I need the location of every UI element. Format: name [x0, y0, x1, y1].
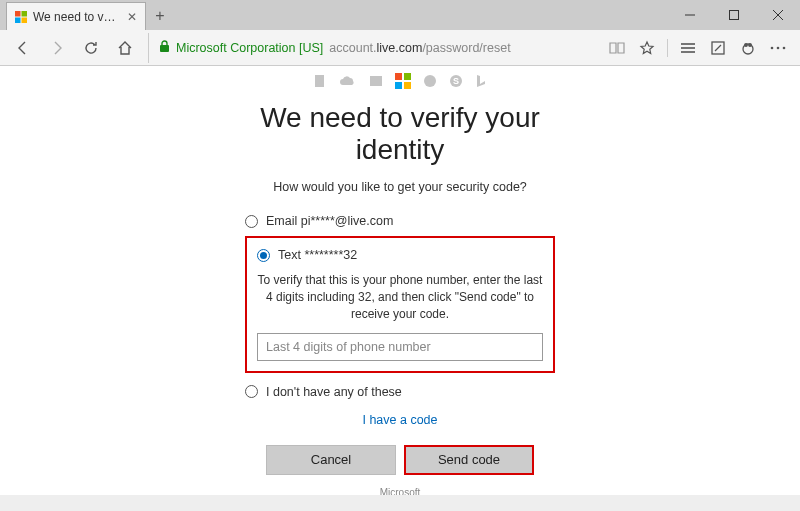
url-path: /password/reset — [422, 41, 510, 55]
reading-view-icon[interactable] — [603, 33, 631, 63]
svg-rect-2 — [15, 17, 21, 23]
page-heading: We need to verify your identity — [190, 102, 610, 166]
window-titlebar: We need to verify your ✕ + — [0, 0, 800, 30]
send-code-button[interactable]: Send code — [404, 445, 534, 475]
refresh-button[interactable] — [76, 33, 106, 63]
maximize-button[interactable] — [712, 0, 756, 30]
have-code-link[interactable]: I have a code — [362, 413, 437, 427]
back-button[interactable] — [8, 33, 38, 63]
favorite-icon[interactable] — [633, 33, 661, 63]
option-text-label: Text ********32 — [278, 248, 357, 262]
ms-logo-icon — [15, 11, 27, 23]
bing-icon — [475, 74, 487, 88]
cancel-button[interactable]: Cancel — [266, 445, 396, 475]
outlook-icon — [369, 74, 383, 88]
svg-rect-5 — [730, 11, 739, 20]
browser-tab[interactable]: We need to verify your ✕ — [6, 2, 146, 30]
share-icon[interactable] — [734, 33, 762, 63]
highlighted-text-option: Text ********32 To verify that this is y… — [245, 236, 555, 372]
page-content: S We need to verify your identity How wo… — [0, 66, 800, 495]
phone-last4-input[interactable] — [257, 333, 543, 361]
new-tab-button[interactable]: + — [146, 2, 174, 30]
more-icon[interactable] — [764, 33, 792, 63]
svg-rect-19 — [315, 75, 324, 87]
radio-icon — [245, 385, 258, 398]
url-host-prefix: account. — [329, 41, 376, 55]
svg-rect-23 — [395, 82, 402, 89]
svg-rect-8 — [160, 45, 169, 52]
option-none-label: I don't have any of these — [266, 385, 402, 399]
svg-rect-24 — [404, 82, 411, 89]
svg-rect-22 — [404, 73, 411, 80]
prompt-text: How would you like to get your security … — [190, 180, 610, 194]
xbox-icon — [423, 74, 437, 88]
close-button[interactable] — [756, 0, 800, 30]
onedrive-icon — [339, 75, 357, 87]
svg-text:S: S — [453, 76, 459, 86]
option-none[interactable]: I don't have any of these — [245, 381, 555, 403]
home-button[interactable] — [110, 33, 140, 63]
forward-button[interactable] — [42, 33, 72, 63]
skype-icon: S — [449, 74, 463, 88]
verify-help-text: To verify that this is your phone number… — [257, 272, 543, 322]
svg-rect-0 — [15, 11, 21, 17]
svg-point-14 — [745, 43, 748, 46]
heading-line-1: We need to verify your — [260, 102, 540, 133]
radio-icon — [257, 249, 270, 262]
option-text[interactable]: Text ********32 — [257, 244, 543, 266]
url-host: live.com — [377, 41, 423, 55]
svg-point-16 — [771, 46, 774, 49]
window-bottom-bar — [0, 495, 800, 511]
footer-brand: Microsoft — [190, 487, 610, 495]
ms-logo-icon — [395, 73, 411, 89]
tab-title: We need to verify your — [33, 10, 121, 24]
svg-rect-1 — [22, 11, 28, 17]
svg-point-17 — [777, 46, 780, 49]
cert-label: Microsoft Corporation [US] — [176, 41, 323, 55]
minimize-button[interactable] — [668, 0, 712, 30]
svg-point-25 — [424, 75, 436, 87]
office-icon — [313, 74, 327, 88]
svg-point-18 — [783, 46, 786, 49]
address-bar[interactable]: Microsoft Corporation [US] account. live… — [148, 33, 595, 63]
webnote-icon[interactable] — [704, 33, 732, 63]
option-email[interactable]: Email pi*****@live.com — [245, 210, 555, 232]
radio-icon — [245, 215, 258, 228]
heading-line-2: identity — [356, 134, 445, 165]
tab-close-icon[interactable]: ✕ — [127, 10, 137, 24]
svg-rect-3 — [22, 17, 28, 23]
svg-rect-21 — [395, 73, 402, 80]
hub-icon[interactable] — [674, 33, 702, 63]
option-email-label: Email pi*****@live.com — [266, 214, 393, 228]
svg-point-15 — [749, 43, 752, 46]
svg-rect-20 — [370, 76, 382, 86]
service-icons-row: S — [190, 72, 610, 90]
lock-icon — [159, 40, 170, 56]
browser-toolbar: Microsoft Corporation [US] account. live… — [0, 30, 800, 66]
